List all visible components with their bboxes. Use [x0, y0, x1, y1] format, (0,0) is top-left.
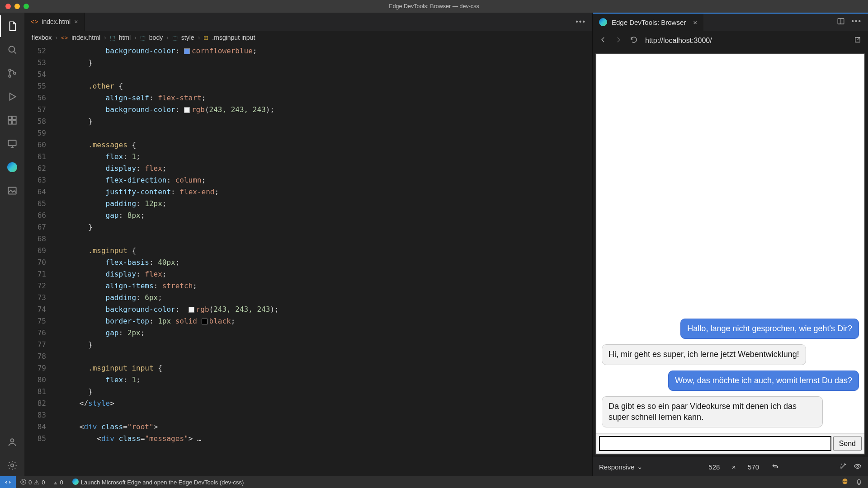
element-icon: ⬚: [140, 34, 146, 41]
open-external-icon[interactable]: [854, 36, 862, 46]
window-title: Edge DevTools: Browser — dev-css: [389, 3, 479, 9]
inspect-eye-icon[interactable]: [854, 462, 862, 472]
editor-tab-filename: index.html: [42, 18, 71, 25]
svg-rect-9: [8, 187, 16, 194]
element-icon: ⬚: [110, 34, 115, 41]
account-icon[interactable]: [0, 431, 24, 453]
close-tab-icon[interactable]: ×: [74, 18, 78, 25]
error-icon: ⓧ: [20, 478, 26, 486]
more-actions-icon[interactable]: •••: [851, 17, 862, 27]
broadcast-icon: ⟁: [54, 479, 57, 486]
run-debug-icon[interactable]: [0, 86, 24, 108]
rotate-icon[interactable]: [771, 462, 779, 472]
problems-indicator[interactable]: ⓧ0 ⚠0: [16, 478, 49, 486]
source-control-icon[interactable]: [0, 62, 24, 84]
responsive-mode-dropdown[interactable]: Responsive ⌄: [599, 463, 643, 471]
dimension-separator: ×: [732, 463, 736, 471]
html-file-icon: <>: [31, 18, 38, 25]
screencast-wand-icon[interactable]: [839, 462, 847, 472]
send-button[interactable]: Send: [833, 436, 862, 451]
extensions-icon[interactable]: [0, 109, 24, 131]
svg-point-3: [14, 72, 16, 75]
devtools-tab-bar: Edge DevTools: Browser × •••: [593, 13, 868, 31]
devtools-browser-tab[interactable]: Edge DevTools: Browser ×: [593, 14, 703, 31]
breadcrumb-selector: .msginput input: [212, 34, 255, 41]
close-tab-icon[interactable]: ×: [693, 19, 697, 26]
window-zoom-button[interactable]: [24, 4, 29, 9]
explorer-icon[interactable]: [0, 15, 24, 37]
code-editor[interactable]: 52 background-color: cornflowerblue;53 }…: [24, 44, 592, 476]
chevron-down-icon: ⌄: [637, 463, 643, 471]
chat-bubble: Wow, das möchte ich auch, womit lernst D…: [668, 371, 859, 391]
notifications-bell-icon[interactable]: [855, 478, 863, 487]
nav-back-icon[interactable]: [599, 36, 607, 46]
html-file-icon: <>: [61, 34, 68, 41]
svg-point-10: [11, 439, 14, 442]
nav-forward-icon[interactable]: [614, 36, 623, 46]
svg-point-16: [845, 481, 846, 482]
copilot-icon[interactable]: [841, 478, 849, 487]
svg-point-2: [9, 75, 11, 77]
chat-bubble: Hallo, lange nicht gesprochen, wie geht'…: [680, 319, 859, 339]
viewport-height-input[interactable]: [742, 463, 765, 471]
window-titlebar: Edge DevTools: Browser — dev-css: [0, 0, 868, 13]
chat-text-input[interactable]: [599, 436, 831, 451]
nav-reload-icon[interactable]: [630, 36, 638, 46]
search-icon[interactable]: [0, 39, 24, 61]
breadcrumb-html: html: [119, 34, 131, 41]
remote-explorer-icon[interactable]: [0, 133, 24, 155]
window-close-button[interactable]: [5, 4, 11, 9]
address-bar[interactable]: http://localhost:3000/: [645, 37, 846, 45]
breadcrumb-file: index.html: [71, 34, 100, 41]
device-toolbar: Responsive ⌄ ×: [593, 457, 868, 476]
chat-messages: Hallo, lange nicht gesprochen, wie geht'…: [596, 54, 864, 433]
chat-bubble: Hi, mir geht es super, ich lerne jetzt W…: [602, 344, 806, 365]
launch-edge-action[interactable]: Launch Microsoft Edge and open the Edge …: [68, 479, 249, 486]
svg-point-14: [857, 465, 859, 467]
breadcrumb-body: body: [149, 34, 163, 41]
rendered-page[interactable]: Hallo, lange nicht gesprochen, wie geht'…: [595, 53, 865, 455]
more-actions-icon[interactable]: •••: [576, 18, 586, 26]
devtools-tab-title: Edge DevTools: Browser: [612, 19, 686, 26]
edge-browser-icon: [599, 18, 607, 26]
window-minimize-button[interactable]: [14, 4, 20, 9]
edge-small-icon: [72, 479, 79, 486]
warning-icon: ⚠: [34, 479, 39, 486]
svg-point-0: [9, 46, 14, 52]
breadcrumb-project: flexbox: [32, 34, 52, 41]
ports-indicator[interactable]: ⟁0: [49, 479, 67, 486]
browser-viewport: Hallo, lange nicht gesprochen, wie geht'…: [593, 51, 868, 457]
breadcrumb-style: style: [181, 34, 194, 41]
selector-icon: ⊞: [203, 34, 208, 41]
chat-input-bar: Send: [596, 433, 864, 454]
svg-rect-4: [8, 116, 12, 120]
element-icon: ⬚: [172, 34, 178, 41]
svg-rect-7: [13, 121, 16, 124]
svg-point-15: [844, 481, 844, 482]
svg-rect-5: [13, 116, 16, 120]
viewport-width-input[interactable]: [703, 463, 726, 471]
activity-bar: [0, 13, 24, 476]
chat-bubble: Da gibt es so ein paar Videokurse mit de…: [602, 396, 823, 427]
editor-tab-bar: <> index.html × •••: [24, 13, 592, 31]
settings-gear-icon[interactable]: [0, 455, 24, 476]
breadcrumb[interactable]: flexbox › <> index.html › ⬚ html › ⬚ bod…: [24, 31, 592, 44]
editor-tab[interactable]: <> index.html ×: [24, 13, 85, 31]
edge-tools-icon[interactable]: [0, 156, 24, 178]
browser-nav-bar: http://localhost:3000/: [593, 31, 868, 51]
svg-rect-6: [8, 121, 12, 124]
image-asset-icon[interactable]: [0, 180, 24, 202]
remote-indicator[interactable]: [0, 476, 16, 488]
svg-point-11: [11, 464, 14, 467]
split-editor-icon[interactable]: [837, 17, 845, 27]
svg-point-1: [9, 69, 11, 71]
status-bar: ⓧ0 ⚠0 ⟁0 Launch Microsoft Edge and open …: [0, 476, 868, 488]
svg-rect-8: [8, 140, 16, 145]
